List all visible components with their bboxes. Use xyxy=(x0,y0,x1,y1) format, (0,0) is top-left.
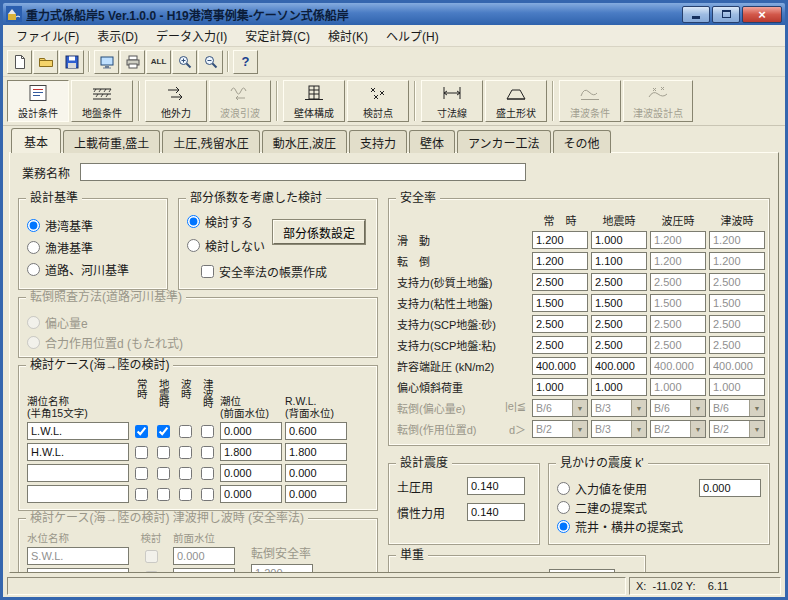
sf-input[interactable] xyxy=(532,378,588,396)
sf-input[interactable] xyxy=(532,273,588,291)
tide-check-tsunami[interactable] xyxy=(201,425,214,438)
open-file-button[interactable] xyxy=(33,50,58,74)
maximize-button[interactable] xyxy=(712,6,740,23)
calc-all-button[interactable]: ALL xyxy=(146,50,171,74)
tab-anchor-method[interactable]: アンカー工法 xyxy=(457,130,551,153)
menu-stability-calc[interactable]: 安定計算(C) xyxy=(236,24,319,47)
rwl-input[interactable] xyxy=(285,422,347,440)
tide-check-wave[interactable] xyxy=(179,425,192,438)
nav-dimension-lines-button[interactable]: 寸法線 xyxy=(421,80,483,122)
tide-name-input[interactable] xyxy=(27,443,129,461)
menu-file[interactable]: ファイル(F) xyxy=(7,24,88,47)
print-button[interactable] xyxy=(120,50,145,74)
sf-input[interactable] xyxy=(532,336,588,354)
tide-check-earthquake[interactable] xyxy=(157,425,170,438)
project-name-input[interactable] xyxy=(80,163,526,181)
sf-input[interactable] xyxy=(591,357,647,375)
zoom-out-button[interactable] xyxy=(198,50,223,74)
earth-pressure-seismic-input[interactable] xyxy=(467,477,525,495)
radio-arai-yokoi-formula[interactable] xyxy=(557,520,570,533)
nav-embankment-shape-button[interactable]: 盛土形状 xyxy=(485,80,547,122)
save-button[interactable] xyxy=(59,50,84,74)
toolbar: ALL ? xyxy=(3,47,785,77)
zoom-in-button[interactable] xyxy=(172,50,197,74)
tide-check-ordinary[interactable] xyxy=(135,446,148,459)
sf-input[interactable] xyxy=(532,315,588,333)
sf-row-sliding: 滑 動 xyxy=(397,232,529,248)
chevron-down-icon: ▼ xyxy=(572,421,587,437)
radio-partial-factor-yes[interactable] xyxy=(187,215,200,228)
sf-input[interactable] xyxy=(591,273,647,291)
menu-help[interactable]: ヘルプ(H) xyxy=(377,24,448,47)
nav-other-forces-button[interactable]: 他外力 xyxy=(145,80,207,122)
sf-input[interactable] xyxy=(591,378,647,396)
minimize-button[interactable] xyxy=(682,6,710,23)
tab-surcharge-embankment[interactable]: 上載荷重,盛土 xyxy=(63,130,160,153)
tide-level-input[interactable] xyxy=(220,443,282,461)
radio-harbor-standard[interactable] xyxy=(27,219,40,232)
apparent-seismic-input[interactable] xyxy=(699,479,761,497)
tide-check-tsunami[interactable] xyxy=(201,467,214,480)
tab-earth-residual-water[interactable]: 土圧,残留水圧 xyxy=(162,130,259,153)
tide-check-earthquake[interactable] xyxy=(157,467,170,480)
radio-fishing-port-standard[interactable] xyxy=(27,241,40,254)
window-title: 重力式係船岸5 Ver.1.0.0 - H19港湾事例集-ケーソン式係船岸 xyxy=(26,6,678,23)
partial-factor-settings-button[interactable]: 部分係数設定 xyxy=(273,220,365,244)
sf-input[interactable] xyxy=(591,231,647,249)
tide-level-input[interactable] xyxy=(220,464,282,482)
sf-input[interactable] xyxy=(532,294,588,312)
rwl-input[interactable] xyxy=(285,464,347,482)
new-file-button[interactable] xyxy=(7,50,32,74)
tide-check-wave[interactable] xyxy=(179,488,192,501)
tab-bearing-capacity[interactable]: 支持力 xyxy=(349,130,407,153)
tide-check-ordinary[interactable] xyxy=(135,488,148,501)
inertia-seismic-input[interactable] xyxy=(467,503,525,521)
menu-data-input[interactable]: データ入力(I) xyxy=(147,24,236,47)
tide-check-ordinary[interactable] xyxy=(135,425,148,438)
tab-basic[interactable]: 基本 xyxy=(11,128,61,153)
sf-input[interactable] xyxy=(532,231,588,249)
tab-other[interactable]: その他 xyxy=(553,130,611,153)
nav-design-conditions-button[interactable]: 設計条件 xyxy=(7,80,69,122)
display-button[interactable] xyxy=(94,50,119,74)
sf-input[interactable] xyxy=(532,252,588,270)
sf-input[interactable] xyxy=(591,315,647,333)
radio-use-input-value[interactable] xyxy=(557,482,570,495)
tab-dynamic-wave-pressure[interactable]: 動水圧,波圧 xyxy=(262,130,347,153)
sf-input[interactable] xyxy=(591,252,647,270)
tab-wall-body[interactable]: 壁体 xyxy=(409,130,455,153)
rwl-input[interactable] xyxy=(285,443,347,461)
help-button[interactable]: ? xyxy=(233,50,258,74)
sf-input[interactable] xyxy=(591,294,647,312)
menu-view[interactable]: 表示(D) xyxy=(88,24,147,47)
tide-level-input[interactable] xyxy=(220,422,282,440)
e-limit-select: B/6▼ xyxy=(709,399,765,417)
nav-tsunami-design-points-button: 津波設計点 xyxy=(623,80,693,122)
nav-check-points-button[interactable]: 検討点 xyxy=(347,80,409,122)
nav-wall-structure-button[interactable]: 壁体構成 xyxy=(283,80,345,122)
sf-input[interactable] xyxy=(591,336,647,354)
tide-check-ordinary[interactable] xyxy=(135,467,148,480)
nav-ground-conditions-button[interactable]: 地盤条件 xyxy=(71,80,133,122)
tide-check-earthquake[interactable] xyxy=(157,446,170,459)
tide-check-tsunami[interactable] xyxy=(201,446,214,459)
close-button[interactable]: × xyxy=(742,6,782,23)
tide-name-input[interactable] xyxy=(27,464,129,482)
tide-name-input[interactable] xyxy=(27,485,129,503)
water-unit-weight-input[interactable] xyxy=(549,569,615,573)
tide-check-tsunami[interactable] xyxy=(201,488,214,501)
tide-name-input[interactable] xyxy=(27,422,129,440)
tide-check-wave[interactable] xyxy=(179,467,192,480)
tide-check-earthquake[interactable] xyxy=(157,488,170,501)
tide-check-wave[interactable] xyxy=(179,446,192,459)
radio-partial-factor-no[interactable] xyxy=(187,239,200,252)
menu-examine[interactable]: 検討(K) xyxy=(319,24,377,47)
sf-input xyxy=(709,294,765,312)
tide-level-input[interactable] xyxy=(220,485,282,503)
radio-niken-formula[interactable] xyxy=(557,501,570,514)
sf-input[interactable] xyxy=(532,357,588,375)
safety-factor-report-checkbox[interactable] xyxy=(201,265,214,278)
radio-road-river-standard[interactable] xyxy=(27,263,40,276)
rwl-input[interactable] xyxy=(285,485,347,503)
app-icon[interactable] xyxy=(6,6,22,22)
